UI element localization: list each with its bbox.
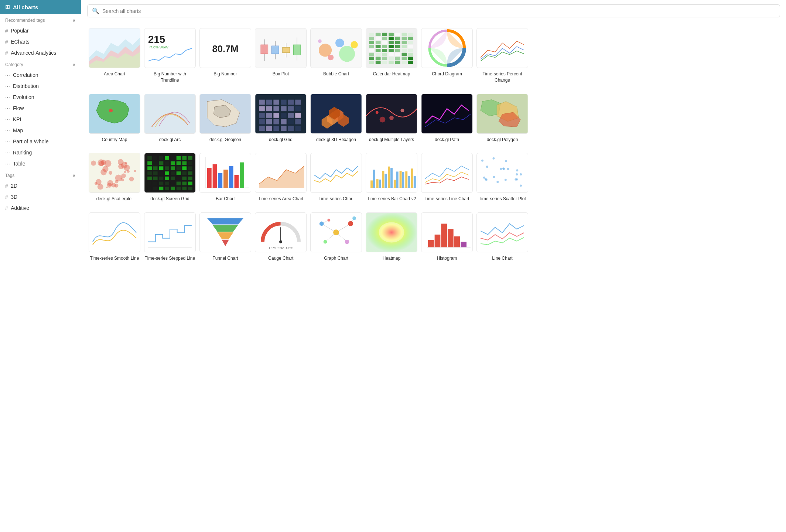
sidebar-tag-echarts[interactable]: # ECharts <box>0 36 81 47</box>
svg-rect-80 <box>408 41 413 44</box>
svg-rect-212 <box>177 177 181 180</box>
hash-icon: # <box>5 183 8 189</box>
chart-thumbnail-bignumber-trend: 215 +7.0% WoW <box>144 28 196 68</box>
chart-card-histogram[interactable]: Histogram <box>421 212 473 262</box>
svg-rect-235 <box>223 170 228 188</box>
chart-card-line[interactable]: Line Chart <box>476 212 528 262</box>
chart-card-gauge[interactable]: TEMPERATURE Gauge Chart <box>255 212 307 262</box>
chart-name-deckgl-path: deck.gl Path <box>435 137 459 143</box>
chart-name-deckgl-screengrid: deck.gl Screen Grid <box>150 196 189 202</box>
svg-rect-32 <box>369 41 374 44</box>
sidebar-category-part-of-a-whole[interactable]: ⋯ Part of a Whole <box>0 136 81 147</box>
sidebar-category-table[interactable]: ⋯ Table <box>0 158 81 169</box>
chart-card-deckgl-hex[interactable]: deck.gl 3D Hexagon <box>310 94 362 143</box>
chart-card-deckgl-path[interactable]: deck.gl Path <box>421 94 473 143</box>
chart-card-bignumber[interactable]: 80.7M Big Number <box>199 28 251 83</box>
svg-point-276 <box>481 160 483 162</box>
category-icon: ⋯ <box>5 128 10 133</box>
sidebar-category-distribution[interactable]: ⋯ Distribution <box>0 81 81 92</box>
chart-card-deckgl-multi[interactable]: deck.gl Multiple Layers <box>366 94 417 143</box>
svg-rect-241 <box>311 153 361 192</box>
chart-card-bignumber-trend[interactable]: 215 +7.0% WoW Big Number with Trendline <box>144 28 196 83</box>
charts-row-3: deck.gl Scatterplot deck.gl Screen Grid … <box>89 153 779 202</box>
search-input[interactable] <box>102 8 775 14</box>
sidebar-category-evolution[interactable]: ⋯ Evolution <box>0 92 81 103</box>
chart-card-ts-chart[interactable]: Time-series Chart <box>310 153 362 202</box>
chart-card-graph[interactable]: Graph Chart <box>310 212 362 262</box>
chart-card-bubble[interactable]: Bubble Chart <box>310 28 362 83</box>
svg-rect-205 <box>171 177 175 180</box>
chart-card-deckgl-screengrid[interactable]: deck.gl Screen Grid <box>144 153 196 202</box>
sidebar-tag-3d[interactable]: # 3D <box>0 191 81 202</box>
recommended-tags-section: Recommended tags ∧ <box>0 14 81 25</box>
search-icon: 🔍 <box>92 7 99 14</box>
sidebar-tag-popular[interactable]: # Popular <box>0 25 81 36</box>
svg-rect-237 <box>235 175 239 188</box>
chart-name-bubble: Bubble Chart <box>323 71 349 77</box>
sidebar-tag-additive[interactable]: # Additive <box>0 202 81 214</box>
svg-rect-176 <box>147 171 152 175</box>
svg-point-305 <box>345 240 349 244</box>
svg-rect-112 <box>281 119 287 124</box>
svg-rect-253 <box>396 172 399 188</box>
svg-rect-97 <box>259 119 265 124</box>
svg-point-25 <box>339 46 355 62</box>
chart-card-area[interactable]: Area Chart <box>89 28 140 83</box>
svg-rect-214 <box>177 187 181 191</box>
chart-card-boxplot[interactable]: Box Plot <box>255 28 307 83</box>
svg-rect-98 <box>259 126 265 131</box>
sidebar-category-ranking[interactable]: ⋯ Ranking <box>0 147 81 158</box>
svg-rect-215 <box>182 156 187 160</box>
svg-point-134 <box>401 109 404 112</box>
category-icon: ⋯ <box>5 106 10 111</box>
svg-point-301 <box>333 229 339 235</box>
sidebar-category-flow[interactable]: ⋯ Flow <box>0 103 81 114</box>
sidebar-category-map[interactable]: ⋯ Map <box>0 125 81 136</box>
category-icon: ⋯ <box>5 139 10 144</box>
svg-rect-123 <box>295 126 301 131</box>
chart-card-deckgl-geojson[interactable]: deck.gl Geojson <box>199 94 251 143</box>
chart-card-bar[interactable]: Bar Chart <box>199 153 251 202</box>
chart-card-deckgl-scatter[interactable]: deck.gl Scatterplot <box>89 153 140 202</box>
svg-rect-220 <box>182 182 187 185</box>
chart-card-deckgl-polygon[interactable]: deck.gl Polygon <box>476 94 528 143</box>
sidebar-all-charts[interactable]: ⊞ All charts <box>0 0 81 14</box>
svg-rect-109 <box>281 99 287 105</box>
chart-card-ts-area[interactable]: Time-series Area Chart <box>255 153 307 202</box>
svg-rect-209 <box>177 161 181 165</box>
sidebar-category-kpi[interactable]: ⋯ KPI <box>0 114 81 125</box>
svg-rect-41 <box>376 45 381 48</box>
chart-card-ts-line[interactable]: Time-series Line Chart <box>421 153 473 202</box>
chart-card-chord[interactable]: Chord Diagram <box>421 28 473 83</box>
svg-rect-78 <box>408 33 413 36</box>
chart-card-deckgl-arc[interactable]: deck.gl Arc <box>144 94 196 143</box>
sidebar-category-correlation[interactable]: ⋯ Correlation <box>0 69 81 81</box>
sidebar-tag-advanced-analytics[interactable]: # Advanced-Analytics <box>0 47 81 58</box>
chart-card-ts-smooth[interactable]: Time-series Smooth Line <box>89 212 140 262</box>
svg-rect-198 <box>165 177 169 180</box>
chart-name-heatmap: Heatmap <box>383 255 401 262</box>
chart-card-ts-scatter[interactable]: Time-series Scatter Plot <box>476 153 528 202</box>
chart-thumbnail-deckgl-arc <box>144 94 196 134</box>
chart-card-ts-bar2[interactable]: Time-series Bar Chart v2 <box>366 153 417 202</box>
svg-point-280 <box>493 176 495 178</box>
svg-rect-195 <box>165 161 169 165</box>
chart-card-calendar[interactable]: Calendar Heatmap <box>366 28 417 83</box>
svg-rect-11 <box>261 45 268 54</box>
chart-card-heatmap[interactable]: Heatmap <box>366 212 417 262</box>
chart-card-funnel[interactable]: Funnel Chart <box>199 212 251 262</box>
chart-card-deckgl-grid[interactable]: deck.gl Grid <box>255 94 307 143</box>
chart-name-gauge: Gauge Chart <box>268 255 294 262</box>
svg-rect-175 <box>147 167 152 170</box>
svg-rect-83 <box>408 53 413 56</box>
sidebar-tag-2d[interactable]: # 2D <box>0 180 81 191</box>
chart-thumbnail-ts-scatter <box>476 153 528 193</box>
svg-rect-261 <box>477 153 527 192</box>
chart-card-ts-stepped[interactable]: Time-series Stepped Line <box>144 212 196 262</box>
svg-rect-61 <box>389 61 394 64</box>
svg-rect-69 <box>395 61 400 64</box>
chart-card-timeseries-pct[interactable]: Time-series Percent Change <box>476 28 528 83</box>
svg-rect-197 <box>165 171 169 175</box>
chart-card-countrymap[interactable]: Country Map <box>89 94 140 143</box>
svg-point-152 <box>121 174 126 178</box>
